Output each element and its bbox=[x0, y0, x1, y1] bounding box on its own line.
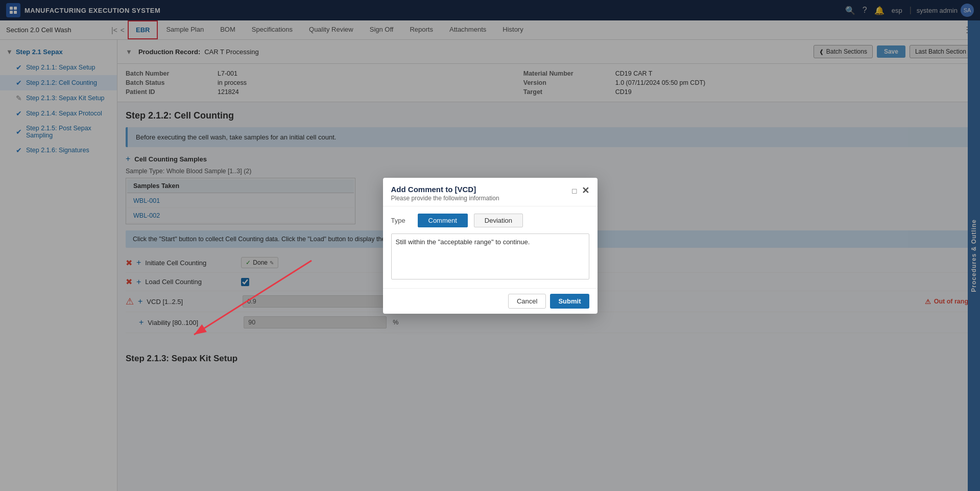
submit-button[interactable]: Submit bbox=[550, 294, 589, 309]
svg-line-5 bbox=[194, 261, 312, 335]
dialog-type-row: Type Comment Deviation bbox=[391, 214, 589, 227]
dialog-footer: Cancel Submit bbox=[383, 288, 597, 314]
add-comment-dialog: Add Comment to [VCD] Please provide the … bbox=[383, 178, 597, 314]
dialog-header: Add Comment to [VCD] Please provide the … bbox=[383, 178, 597, 206]
dialog-body: Type Comment Deviation Still within the … bbox=[383, 206, 597, 288]
close-icon[interactable]: ✕ bbox=[582, 185, 589, 196]
dialog-controls: ◻ ✕ bbox=[571, 185, 589, 196]
comment-textarea[interactable]: Still within the "acceptable range" to c… bbox=[391, 233, 589, 279]
deviation-type-button[interactable]: Deviation bbox=[474, 214, 523, 227]
comment-type-button[interactable]: Comment bbox=[418, 214, 468, 227]
dialog-overlay: Add Comment to [VCD] Please provide the … bbox=[0, 0, 980, 491]
dialog-title: Add Comment to [VCD] bbox=[391, 185, 499, 194]
dialog-subtitle: Please provide the following information bbox=[391, 195, 499, 202]
expand-icon[interactable]: ◻ bbox=[571, 186, 578, 195]
cancel-button[interactable]: Cancel bbox=[508, 294, 546, 309]
type-label: Type bbox=[391, 217, 412, 224]
